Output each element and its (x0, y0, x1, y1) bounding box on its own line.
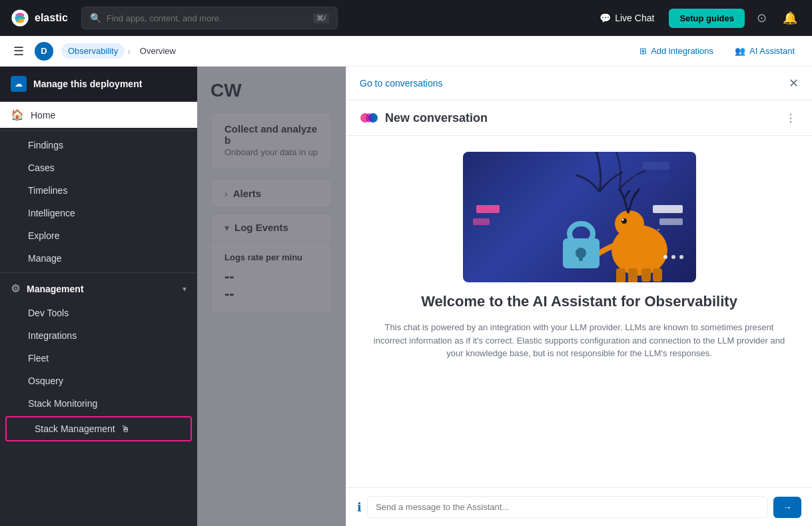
content-overlay (197, 67, 346, 526)
search-input[interactable] (107, 13, 308, 23)
home-label: Home (31, 110, 55, 121)
elastic-logo-icon (11, 9, 29, 27)
add-integrations-label: Add integrations (651, 46, 713, 56)
svg-rect-9 (633, 175, 669, 182)
svg-point-30 (679, 255, 683, 259)
bell-icon: 🔔 (783, 11, 797, 25)
sidebar-item-findings[interactable]: Findings (0, 134, 197, 156)
management-section-header[interactable]: ⚙ Management ▾ (0, 276, 197, 302)
deployment-icon: ☁ (11, 76, 27, 92)
svg-rect-8 (643, 162, 669, 170)
cursor-indicator: 🖱 (121, 423, 130, 434)
sidebar-item-dev-tools[interactable]: Dev Tools (0, 302, 197, 324)
svg-rect-23 (579, 253, 583, 261)
cloud-icon: ☁ (15, 79, 23, 89)
sidebar-item-stack-management[interactable]: Stack Management 🖱 (5, 416, 192, 441)
help-icon-button[interactable]: ⊙ (753, 7, 771, 29)
go-to-conversations-button[interactable]: Go to conversations (360, 78, 443, 89)
svg-rect-11 (473, 218, 490, 225)
new-conversation-title: New conversation (385, 111, 488, 125)
svg-point-4 (15, 14, 19, 21)
ai-assistant-label: AI Assistant (749, 46, 795, 56)
chat-icon: 💬 (600, 13, 611, 23)
breadcrumb-observability[interactable]: Observability (61, 43, 125, 59)
management-label: Management (27, 284, 84, 294)
svg-rect-26 (641, 268, 651, 282)
ai-illustration: ✦ ✦ (463, 152, 696, 282)
ai-disclaimer: This chat is powered by an integration w… (346, 321, 812, 371)
setup-guides-button[interactable]: Setup guides (669, 9, 745, 28)
top-navbar: elastic 🔍 ⌘/ 💬 Live Chat Setup guides ⊙ … (0, 0, 812, 36)
ai-assistant-button[interactable]: 👥 AI Assistant (728, 42, 801, 60)
svg-rect-25 (628, 268, 637, 282)
ai-illustration-area: ✦ ✦ (346, 136, 812, 293)
breadcrumb: Observability › Overview (61, 43, 183, 59)
ai-welcome-section: Welcome to the AI Assistant for Observab… (346, 293, 812, 321)
new-convo-left: New conversation (360, 109, 488, 127)
svg-point-7 (366, 113, 372, 123)
svg-rect-13 (659, 218, 683, 225)
help-icon: ⊙ (757, 11, 767, 25)
ai-panel-close-button[interactable]: ✕ (789, 76, 799, 91)
search-kbd-badge: ⌘/ (313, 13, 329, 23)
search-icon: 🔍 (90, 13, 101, 23)
elastic-logo: elastic (11, 9, 68, 27)
ai-input-area: ℹ → (346, 487, 812, 526)
sidebar-item-integrations[interactable]: Integrations (0, 324, 197, 347)
svg-rect-24 (616, 268, 625, 282)
svg-point-28 (663, 255, 667, 259)
gear-icon: ⚙ (11, 282, 20, 295)
svg-point-19 (621, 219, 623, 221)
sidebar-item-intelligence[interactable]: Intelligence (0, 202, 197, 224)
disclaimer-text: This chat is powered by an integration w… (374, 322, 785, 358)
sidebar: ☁ Manage this deployment 🏠 Home Findings… (0, 67, 197, 526)
main-area: ☁ Manage this deployment 🏠 Home Findings… (0, 67, 812, 526)
welcome-title: Welcome to the AI Assistant for Observab… (360, 293, 799, 310)
sidebar-item-explore[interactable]: Explore (0, 224, 197, 247)
sidebar-item-fleet[interactable]: Fleet (0, 347, 197, 370)
global-search-bar[interactable]: 🔍 ⌘/ (81, 7, 338, 29)
secondary-navbar: ☰ D Observability › Overview ⊞ Add integ… (0, 36, 812, 67)
avatar: D (35, 42, 53, 61)
ai-panel-header: Go to conversations ✕ (346, 67, 812, 101)
illustration-bg-shapes: ✦ ✦ (463, 152, 696, 282)
manage-deployment-header[interactable]: ☁ Manage this deployment (0, 67, 197, 102)
sidebar-item-osquery[interactable]: Osquery (0, 370, 197, 392)
sidebar-item-stack-monitoring[interactable]: Stack Monitoring (0, 392, 197, 415)
new-conversation-row: New conversation ⋮ (346, 101, 812, 136)
more-options-button[interactable]: ⋮ (783, 109, 799, 127)
svg-point-17 (615, 210, 644, 237)
divider-2 (0, 272, 197, 273)
integrations-icon: ⊞ (639, 46, 647, 56)
sidebar-item-cases[interactable]: Cases (0, 156, 197, 179)
content-area: CW Collect and analyze b Onboard your da… (197, 67, 346, 526)
home-icon: 🏠 (11, 109, 24, 121)
live-chat-label: Live Chat (615, 13, 654, 23)
ai-icon: 👥 (735, 46, 745, 56)
sidebar-item-home[interactable]: 🏠 Home (0, 102, 197, 128)
sidebar-item-manage[interactable]: Manage (0, 247, 197, 270)
add-integrations-button[interactable]: ⊞ Add integrations (633, 42, 720, 60)
ai-send-button[interactable]: → (773, 497, 801, 518)
breadcrumb-separator: › (127, 46, 131, 57)
live-chat-button[interactable]: 💬 Live Chat (593, 9, 661, 27)
ai-message-input[interactable] (367, 496, 768, 518)
ai-assistant-panel: Go to conversations ✕ New conversation ⋮ (346, 67, 812, 526)
stack-management-label: Stack Management (35, 423, 115, 434)
chevron-down-icon: ▾ (183, 284, 187, 294)
manage-deployment-title: Manage this deployment (33, 79, 142, 89)
sidebar-item-timelines[interactable]: Timelines (0, 179, 197, 202)
ellipsis-vertical-icon: ⋮ (785, 113, 796, 124)
hamburger-button[interactable]: ☰ (11, 41, 27, 61)
svg-rect-10 (476, 205, 500, 213)
divider-1 (0, 131, 197, 131)
notifications-button[interactable]: 🔔 (779, 7, 801, 29)
breadcrumb-overview[interactable]: Overview (133, 43, 183, 59)
info-icon: ℹ (357, 500, 362, 515)
ai-logo-icon (360, 109, 378, 127)
svg-rect-12 (653, 205, 683, 213)
elastic-logo-text: elastic (35, 12, 68, 24)
svg-point-29 (671, 255, 675, 259)
svg-rect-27 (653, 268, 662, 282)
